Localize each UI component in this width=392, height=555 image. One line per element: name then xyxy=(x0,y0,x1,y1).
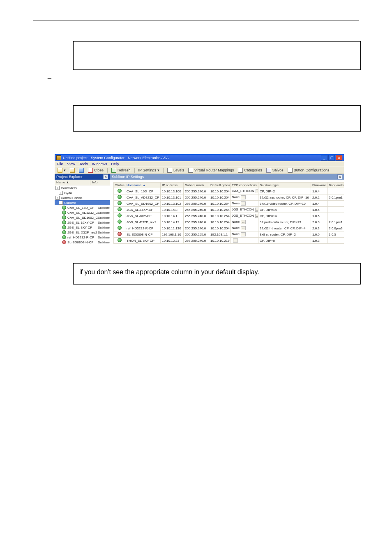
table-row[interactable]: JGS_SL-8XY-CP10.10.14.1255.255.240.010.1… xyxy=(114,213,344,219)
table-row[interactable]: THOR_SL-8XY-CP10.10.12.23255.255.240.010… xyxy=(114,238,344,244)
table-row[interactable]: JGS_SL-16XY-CP10.10.14.8255.255.240.010.… xyxy=(114,207,344,213)
tree-item[interactable]: JGS_SL-D32P_rev2Sublime xyxy=(55,230,110,235)
col-status[interactable]: Status xyxy=(114,183,125,188)
col-hostname[interactable]: Hostname ▲ xyxy=(125,183,161,188)
tree-node-gyda[interactable]: +Gyda xyxy=(55,190,110,195)
tcp-ellipsis-button[interactable]: ... xyxy=(233,238,238,243)
tree-item-info: Sublime xyxy=(98,221,110,224)
cell-type: CP, DIP=0 xyxy=(258,238,311,244)
mappings-icon xyxy=(188,168,193,173)
cell-hostname: THOR_SL-8XY-CP xyxy=(125,238,161,244)
status-dot-icon xyxy=(62,230,66,234)
tree-node-control-panels[interactable]: +Control Panels xyxy=(55,195,110,200)
toolbar-button-configs-button[interactable]: Button Configurations xyxy=(286,168,331,173)
col-ip[interactable]: IP address xyxy=(161,183,184,188)
tree-item[interactable]: SL-SD0808-N-CPSublime xyxy=(55,240,110,244)
table-row[interactable]: CAA_SL_16D_CP10.10.13.100255.255.240.010… xyxy=(114,188,344,194)
toolbar-separator xyxy=(163,168,164,173)
table-row[interactable]: CAA_SL_AD3232_CP10.10.13.101255.255.240.… xyxy=(114,194,344,201)
tcp-ellipsis-button[interactable]: ... xyxy=(256,189,258,193)
tree-node-sublime[interactable]: −Sublime xyxy=(55,200,110,205)
col-gateway[interactable]: Default gateway xyxy=(209,183,231,188)
tcp-ellipsis-button[interactable]: ... xyxy=(241,220,246,224)
table-row[interactable]: CAA_SL_SD1602_CP10.10.13.102255.255.240.… xyxy=(114,201,344,207)
toolbar-ip-settings-button[interactable]: IP Settings ▾ xyxy=(137,168,161,172)
tree-item[interactable]: JGS_SL-16XY-CPSublime xyxy=(55,220,110,225)
status-dot-icon xyxy=(118,232,122,236)
window-maximize-button[interactable]: ❐ xyxy=(328,155,335,161)
pane-close-icon[interactable]: ✕ xyxy=(337,174,342,179)
col-tcp[interactable]: TCP connections xyxy=(231,183,258,188)
menu-file[interactable]: File xyxy=(57,162,63,166)
tree-item[interactable]: JGS_SL-8XY-CPSublime xyxy=(55,225,110,230)
status-dot-icon xyxy=(118,201,122,205)
toolbar-categories-label: Categories xyxy=(244,168,262,172)
toolbar-vrm-button[interactable]: Virtual Router Mappings xyxy=(187,168,235,173)
menu-tools[interactable]: Tools xyxy=(79,162,88,166)
explorer-col-name[interactable]: Name ▲ xyxy=(55,180,90,185)
menu-windows[interactable]: Windows xyxy=(92,162,107,166)
cell-tcp: JGS_ETHCON... xyxy=(231,207,258,213)
tcp-ellipsis-button[interactable]: ... xyxy=(241,201,246,206)
tree-item[interactable]: CAA_SL_SD1602_C...Sublime xyxy=(55,215,110,220)
table-row[interactable]: SL-SD0808-N-CP192.168.1.10255.255.255.01… xyxy=(114,231,344,238)
tree-node-controllers[interactable]: +Controllers xyxy=(55,185,110,190)
explorer-column-headers: Name ▲ Info xyxy=(55,180,110,185)
col-type[interactable]: Sublime type xyxy=(258,183,311,188)
cell-bootloader: 2.0.3 xyxy=(327,244,344,245)
expand-icon[interactable]: + xyxy=(55,196,60,200)
cell-ip: 10.10.13.27 xyxy=(161,244,184,245)
project-explorer-header: Project Explorer ✕ xyxy=(55,174,110,180)
ip-settings-header: Sublime IP Settings ✕ xyxy=(110,174,344,180)
cell-firmware: 1.0.4 xyxy=(311,188,327,194)
toolbar-separator xyxy=(107,168,108,173)
cell-mask: 255.255.240.0 xyxy=(184,244,209,245)
table-row[interactable]: ref_HD3232-R-CP10.10.11.130255.255.240.0… xyxy=(114,225,344,231)
window-close-button[interactable]: ✕ xyxy=(336,155,342,161)
tree-item-name: ref_HD3232-R-CP xyxy=(67,236,98,239)
tree-item[interactable]: CAA_SL_16D_CPSublime xyxy=(55,205,110,210)
empty-box-top xyxy=(73,41,361,70)
status-dot-icon xyxy=(62,220,66,224)
tcp-ellipsis-button[interactable]: ... xyxy=(255,208,258,212)
tree-item-name: JGS_SL-16XY-CP xyxy=(67,221,98,224)
tree-item-info: Sublime xyxy=(98,231,110,234)
col-bootloader[interactable]: Bootloader xyxy=(327,183,344,188)
cell-mask: 255.255.240.0 xyxy=(184,219,209,225)
table-row[interactable]: JGS_SL-D32P_rev210.10.14.12255.255.240.0… xyxy=(114,219,344,225)
tree-item[interactable]: CAA_SL_AD3232_C...Sublime xyxy=(55,210,110,215)
toolbar-levels-button[interactable]: Levels xyxy=(166,168,185,173)
cell-status xyxy=(114,238,125,244)
explorer-col-info[interactable]: Info xyxy=(90,180,110,185)
tree-item-info: Sublime xyxy=(98,211,110,215)
tcp-ellipsis-button[interactable]: ... xyxy=(241,226,246,230)
cell-tcp: None... xyxy=(231,231,258,238)
expand-icon[interactable]: + xyxy=(59,191,63,195)
table-row[interactable]: aaa_gpio10.10.13.27255.255.240.010.10.10… xyxy=(114,244,344,245)
cell-gateway: 10.10.10.254 xyxy=(209,244,231,245)
expand-icon[interactable]: + xyxy=(55,186,60,190)
col-firmware[interactable]: Firmware xyxy=(311,183,327,188)
toolbar-save-button[interactable] xyxy=(78,168,85,173)
toolbar-refresh-button[interactable]: Refresh xyxy=(110,168,132,173)
menu-view[interactable]: View xyxy=(67,162,75,166)
toolbar-close-button[interactable]: Close xyxy=(87,168,105,173)
tcp-ellipsis-button[interactable]: ... xyxy=(241,232,246,236)
cell-status xyxy=(114,244,125,245)
status-dot-icon xyxy=(62,240,66,244)
toolbar-salvos-button[interactable]: Salvos xyxy=(265,168,285,173)
toolbar-open-button[interactable] xyxy=(69,168,76,173)
tcp-ellipsis-button[interactable]: ... xyxy=(241,195,246,199)
window-minimize-button[interactable]: _ xyxy=(321,155,327,161)
collapse-icon[interactable]: − xyxy=(59,201,63,205)
col-mask[interactable]: Subnet mask xyxy=(184,183,209,188)
toolbar-categories-button[interactable]: Categories xyxy=(237,168,263,173)
menu-help[interactable]: Help xyxy=(111,162,119,166)
toolbar-new-button[interactable]: ▾ xyxy=(56,168,67,173)
tree-item[interactable]: ref_HD3232-R-CPSublime xyxy=(55,235,110,240)
pane-close-icon[interactable]: ✕ xyxy=(103,174,108,179)
status-dot-icon xyxy=(62,210,66,215)
tcp-ellipsis-button[interactable]: ... xyxy=(255,214,258,218)
cell-tcp: None... xyxy=(231,225,258,231)
cell-bootloader xyxy=(327,238,344,244)
